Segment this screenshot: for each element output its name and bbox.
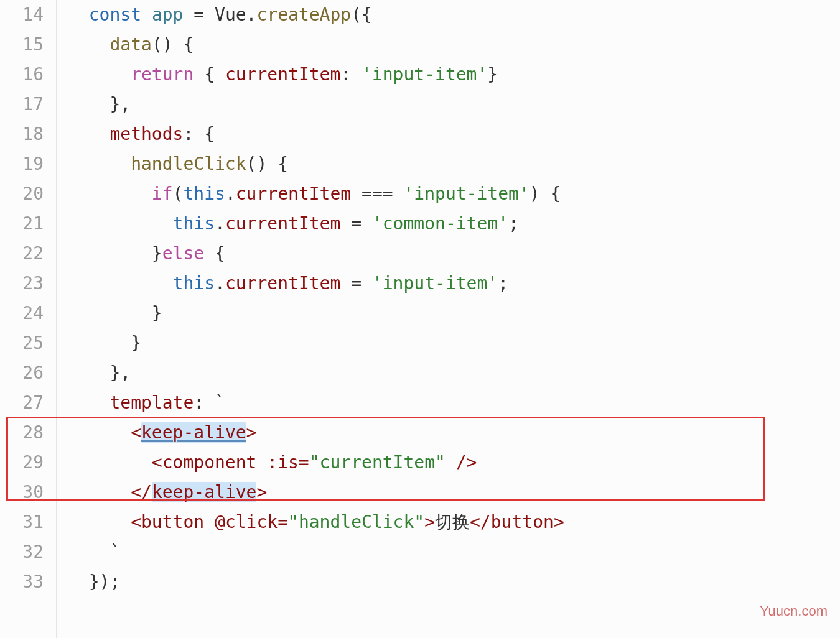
string-literal: 'input-item' — [403, 183, 529, 204]
code-line[interactable]: }, — [68, 358, 840, 388]
method-data: data — [110, 34, 151, 55]
prop-currentitem: currentItem — [225, 64, 340, 85]
line-number: 33 — [0, 567, 44, 597]
keyword-else: else — [162, 243, 204, 264]
line-number: 19 — [0, 149, 44, 179]
line-number: 28 — [0, 418, 44, 448]
code-line[interactable]: template: ` — [68, 388, 840, 418]
line-number: 15 — [0, 30, 44, 60]
line-number: 14 — [0, 0, 44, 30]
code-line[interactable]: methods: { — [68, 119, 840, 149]
code-editor[interactable]: 14 15 16 17 18 19 20 21 22 23 24 25 26 2… — [0, 0, 840, 638]
code-line[interactable]: } — [68, 328, 840, 358]
gutter-divider — [56, 0, 57, 638]
line-number: 30 — [0, 478, 44, 507]
code-line[interactable]: if(this.currentItem === 'input-item') { — [68, 179, 840, 209]
watermark-text: Yuucn.com — [760, 603, 828, 619]
line-number: 29 — [0, 448, 44, 478]
code-line[interactable]: <button @click="handleClick">切换</button> — [68, 507, 840, 537]
tag-keep-alive: keep-alive — [141, 422, 246, 443]
code-line[interactable]: ` — [68, 537, 840, 567]
code-line[interactable]: this.currentItem = 'input-item'; — [68, 269, 840, 298]
string-literal: 'common-item' — [372, 213, 508, 234]
code-line[interactable]: }, — [68, 90, 840, 119]
line-number: 21 — [0, 209, 44, 239]
keyword-return: return — [131, 64, 194, 85]
code-line[interactable]: </keep-alive> — [68, 478, 840, 507]
button-text: 切换 — [435, 512, 470, 532]
tag-button: button — [141, 512, 204, 532]
code-line[interactable]: return { currentItem: 'input-item'} — [68, 60, 840, 90]
line-number: 25 — [0, 328, 44, 358]
keyword-this: this — [173, 273, 215, 294]
line-number: 27 — [0, 388, 44, 418]
line-number: 24 — [0, 298, 44, 328]
tag-component: component — [162, 452, 257, 473]
line-number: 23 — [0, 269, 44, 298]
code-line[interactable]: } — [68, 298, 840, 328]
prop-methods: methods — [110, 124, 183, 144]
line-number: 18 — [0, 119, 44, 149]
line-number-gutter: 14 15 16 17 18 19 20 21 22 23 24 25 26 2… — [0, 0, 56, 638]
string-literal: 'input-item' — [362, 64, 487, 85]
prop-template: template — [110, 392, 194, 413]
ident-vue: Vue — [215, 4, 246, 25]
line-number: 31 — [0, 507, 44, 537]
code-line[interactable]: <keep-alive> — [68, 418, 840, 448]
var-app: app — [152, 4, 184, 25]
fn-createapp: createApp — [256, 4, 351, 25]
code-line[interactable]: this.currentItem = 'common-item'; — [68, 209, 840, 239]
code-line[interactable]: const app = Vue.createApp({ — [68, 0, 840, 30]
keyword-if: if — [152, 183, 173, 204]
tag-keep-alive-close: keep-alive — [152, 482, 257, 502]
string-literal: 'input-item' — [372, 273, 498, 294]
keyword-const: const — [89, 4, 141, 25]
code-line[interactable]: <component :is="currentItem" /> — [68, 448, 840, 478]
code-line[interactable]: data() { — [68, 30, 840, 60]
code-line[interactable]: }else { — [68, 239, 840, 269]
code-line[interactable]: handleClick() { — [68, 149, 840, 179]
line-number: 17 — [0, 90, 44, 119]
line-number: 20 — [0, 179, 44, 209]
keyword-this: this — [183, 183, 225, 204]
line-number: 26 — [0, 358, 44, 388]
code-line[interactable]: }); — [68, 567, 840, 597]
line-number: 16 — [0, 60, 44, 90]
code-area[interactable]: const app = Vue.createApp({ data() { ret… — [68, 0, 840, 638]
method-handleclick: handleClick — [131, 154, 246, 174]
line-number: 32 — [0, 537, 44, 567]
keyword-this: this — [173, 213, 215, 234]
line-number: 22 — [0, 239, 44, 269]
